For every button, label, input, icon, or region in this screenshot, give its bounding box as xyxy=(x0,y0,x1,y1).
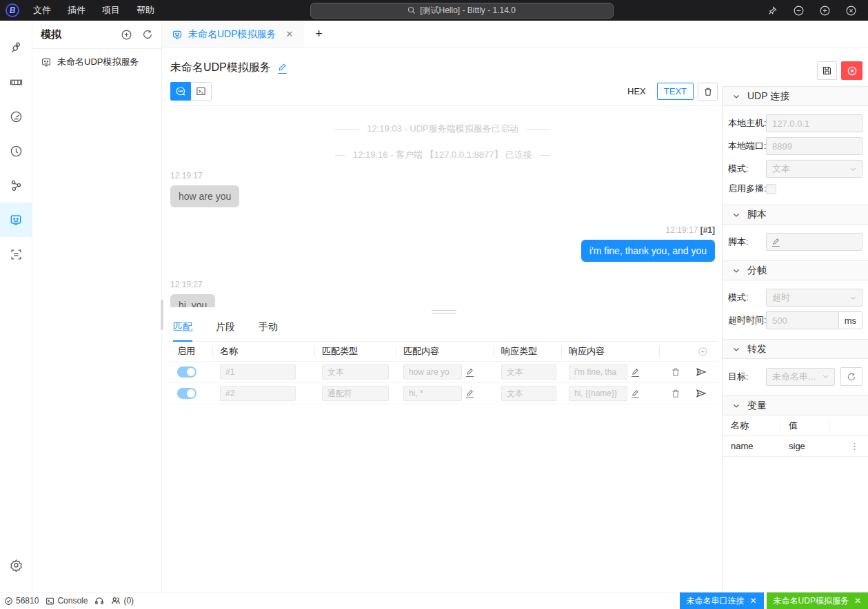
simulation-editor: 未命名UDP模拟服务 xyxy=(162,48,722,592)
section-title: 变量 xyxy=(747,400,767,412)
badge-label: 未命名串口连接 xyxy=(687,595,745,607)
response-content-input[interactable]: i'm fine, tha xyxy=(569,364,627,380)
script-edit-box[interactable] xyxy=(766,233,862,251)
table-row: #2 通配符 hi, * 文本 hi, {{name}} xyxy=(170,383,718,404)
delete-rule-icon[interactable] xyxy=(671,389,680,398)
sidebar-item-simulation[interactable] xyxy=(0,203,32,237)
received-message: 12:19:27 hi, you xyxy=(170,280,715,307)
var-more-icon[interactable]: ⋮ xyxy=(830,441,868,451)
rename-icon[interactable] xyxy=(278,63,287,74)
response-content-input[interactable]: hi, {{name}} xyxy=(569,386,627,401)
close-icon[interactable]: ✕ xyxy=(750,596,757,606)
robot-icon xyxy=(172,29,183,40)
gauge-icon xyxy=(10,110,23,123)
host-input[interactable]: 127.0.0.1 xyxy=(766,114,862,132)
edit-icon[interactable] xyxy=(632,389,639,398)
menu-help[interactable]: 帮助 xyxy=(130,1,161,19)
clients-counter[interactable]: (0) xyxy=(111,596,134,606)
mode-select[interactable]: 文本 xyxy=(766,160,862,178)
message-log[interactable]: 12:19:03 - UDP服务端模拟服务已启动 12:19:16 - 客户端 … xyxy=(170,105,718,307)
explorer-item-udp-simulation[interactable]: 未命名UDP模拟服务 xyxy=(32,49,161,75)
send-rule-icon[interactable] xyxy=(696,367,707,378)
response-type-select[interactable]: 文本 xyxy=(501,386,556,401)
rule-name-input[interactable]: #2 xyxy=(220,386,296,401)
tab-close-icon[interactable]: ✕ xyxy=(286,29,294,39)
settings-panel: UDP 连接 本地主机: 127.0.0.1 本地端口: 8899 xyxy=(722,48,868,592)
chevron-down-icon xyxy=(822,373,829,380)
menu-file[interactable]: 文件 xyxy=(26,1,58,19)
sidebar-item-panels[interactable] xyxy=(0,65,32,99)
delete-rule-icon[interactable] xyxy=(671,367,680,377)
audio-monitor-button[interactable] xyxy=(94,596,104,606)
edit-icon[interactable] xyxy=(466,368,474,377)
sidebar-item-settings[interactable] xyxy=(0,548,32,582)
tab-manual[interactable]: 手动 xyxy=(259,321,278,341)
refresh-targets-button[interactable] xyxy=(840,367,862,386)
edit-icon[interactable] xyxy=(632,368,639,377)
connection-badge-udp[interactable]: 未命名UDP模拟服务 ✕ xyxy=(767,592,868,609)
multicast-checkbox[interactable] xyxy=(766,184,776,194)
sidebar-item-connections[interactable] xyxy=(0,30,32,65)
send-rule-icon[interactable] xyxy=(696,388,707,399)
script-label: 脚本: xyxy=(728,236,766,248)
close-icon[interactable] xyxy=(840,2,861,19)
match-type-select[interactable]: 通配符 xyxy=(322,386,389,401)
console-button[interactable]: Console xyxy=(46,596,88,606)
pin-icon[interactable] xyxy=(762,2,783,19)
panel-resize-handle[interactable] xyxy=(161,300,163,330)
target-label: 目标: xyxy=(728,371,766,383)
global-search-box[interactable]: [测试Hello] - Bittly - 1.14.0 xyxy=(310,3,614,19)
explorer-title: 模拟 xyxy=(41,28,61,41)
match-content-input[interactable]: how are yo xyxy=(403,364,462,380)
hex-toggle-button[interactable]: HEX xyxy=(620,83,653,100)
chat-view-button[interactable] xyxy=(170,82,191,101)
framing-mode-select[interactable]: 超时 xyxy=(766,289,862,307)
forward-target-select[interactable]: 未命名串... xyxy=(766,368,835,386)
stop-service-button[interactable] xyxy=(841,61,862,80)
clear-messages-button[interactable] xyxy=(698,83,718,101)
port-input[interactable]: 8899 xyxy=(766,137,862,155)
section-script[interactable]: 脚本 xyxy=(723,205,868,225)
chevron-down-icon xyxy=(732,402,740,410)
horizontal-resize-handle[interactable] xyxy=(170,307,718,316)
rule-name-input[interactable]: #1 xyxy=(220,364,296,380)
edit-icon[interactable] xyxy=(772,238,780,247)
menu-project[interactable]: 项目 xyxy=(95,1,127,19)
add-entry-icon[interactable] xyxy=(121,29,132,41)
section-variables[interactable]: 变量 xyxy=(723,395,868,415)
edit-icon[interactable] xyxy=(466,389,474,398)
tab-match[interactable]: 匹配 xyxy=(173,321,192,341)
text-toggle-button[interactable]: TEXT xyxy=(657,83,694,100)
response-type-select[interactable]: 文本 xyxy=(501,364,556,380)
enable-toggle[interactable] xyxy=(177,367,196,378)
save-button[interactable] xyxy=(817,61,837,80)
timeout-input[interactable]: 500 xyxy=(766,311,839,329)
terminal-view-button[interactable] xyxy=(191,82,212,101)
clock-icon xyxy=(10,145,23,158)
menu-plugins[interactable]: 插件 xyxy=(61,1,92,19)
close-icon[interactable]: ✕ xyxy=(854,596,861,606)
sidebar-item-scan[interactable] xyxy=(0,237,32,271)
minimize-icon[interactable] xyxy=(788,2,809,19)
sidebar-item-flow[interactable] xyxy=(0,168,32,203)
sidebar-item-timer[interactable] xyxy=(0,134,32,168)
table-row: #1 文本 how are yo 文本 i'm fine, tha xyxy=(170,362,718,383)
section-forward[interactable]: 转发 xyxy=(723,339,868,359)
sidebar-item-dashboard[interactable] xyxy=(0,99,32,134)
match-type-select[interactable]: 文本 xyxy=(322,364,389,380)
new-tab-button[interactable]: + xyxy=(303,21,334,48)
tab-fragment[interactable]: 片段 xyxy=(216,321,235,341)
app-logo: B xyxy=(6,3,19,17)
simulation-explorer: 模拟 未命名UDP模拟服务 xyxy=(32,21,162,592)
port-status[interactable]: 56810 xyxy=(4,596,39,606)
connection-badge-serial[interactable]: 未命名串口连接 ✕ xyxy=(680,592,764,609)
maximize-icon[interactable] xyxy=(814,2,835,19)
section-udp-connection[interactable]: UDP 连接 xyxy=(723,86,868,106)
match-content-input[interactable]: hi, * xyxy=(403,386,462,401)
section-framing[interactable]: 分帧 xyxy=(723,260,868,280)
enable-toggle[interactable] xyxy=(177,388,196,399)
mode-label: 模式: xyxy=(728,163,766,175)
tab-udp-simulation[interactable]: 未命名UDP模拟服务 ✕ xyxy=(162,21,303,48)
refresh-icon[interactable] xyxy=(142,29,153,40)
add-rule-button[interactable] xyxy=(660,346,718,357)
